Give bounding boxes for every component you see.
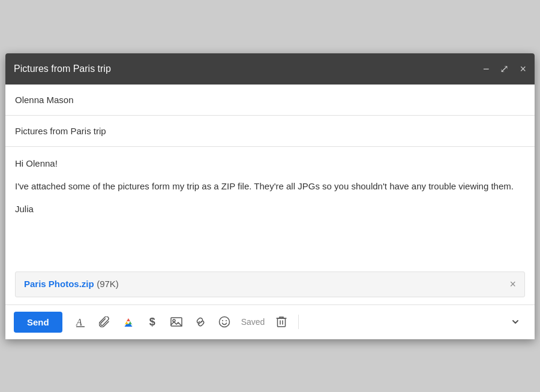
close-button[interactable]: × xyxy=(520,64,526,74)
svg-point-5 xyxy=(222,320,223,321)
svg-text:A: A xyxy=(76,317,82,327)
body-paragraph: I've attached some of the pictures form … xyxy=(15,179,525,194)
window-controls: − ⤢ × xyxy=(483,64,526,74)
window-title: Pictures from Paris trip xyxy=(14,64,111,74)
insert-link-icon[interactable] xyxy=(190,311,211,333)
greeting: Hi Olenna! xyxy=(15,156,525,171)
minimize-button[interactable]: − xyxy=(483,64,490,74)
svg-point-4 xyxy=(219,317,229,327)
signature: Julia xyxy=(15,202,525,216)
attachment-size: (97K) xyxy=(97,279,119,289)
saved-label: Saved xyxy=(238,317,269,327)
maximize-button[interactable]: ⤢ xyxy=(500,64,509,74)
attachment-name[interactable]: Paris Photos.zip xyxy=(24,279,94,289)
to-field-row xyxy=(5,85,535,116)
insert-money-icon[interactable]: $ xyxy=(142,311,163,333)
to-input[interactable] xyxy=(15,95,525,105)
body-area[interactable]: Hi Olenna! I've attached some of the pic… xyxy=(5,147,535,267)
emoji-icon[interactable] xyxy=(214,311,235,333)
subject-field-row xyxy=(5,116,535,147)
svg-rect-7 xyxy=(278,318,286,327)
send-button[interactable]: Send xyxy=(14,312,62,333)
body-text: Hi Olenna! I've attached some of the pic… xyxy=(15,156,525,216)
attachment-remove-button[interactable]: × xyxy=(509,278,516,291)
insert-photo-icon[interactable] xyxy=(166,311,187,333)
delete-icon[interactable] xyxy=(271,311,292,333)
attachment-bar: Paris Photos.zip (97K) × xyxy=(15,272,525,297)
attach-file-icon[interactable] xyxy=(94,311,115,333)
toolbar-divider xyxy=(298,315,299,329)
svg-point-6 xyxy=(226,320,227,321)
attachment-info: Paris Photos.zip (97K) xyxy=(24,279,119,290)
titlebar: Pictures from Paris trip − ⤢ × xyxy=(5,53,535,85)
more-options-button[interactable] xyxy=(505,311,526,333)
subject-input[interactable] xyxy=(15,126,525,136)
toolbar: Send A $ xyxy=(5,304,535,339)
google-drive-icon[interactable] xyxy=(118,311,139,333)
compose-window: Pictures from Paris trip − ⤢ × Hi Olenna… xyxy=(5,53,535,339)
format-text-icon[interactable]: A xyxy=(70,311,91,333)
